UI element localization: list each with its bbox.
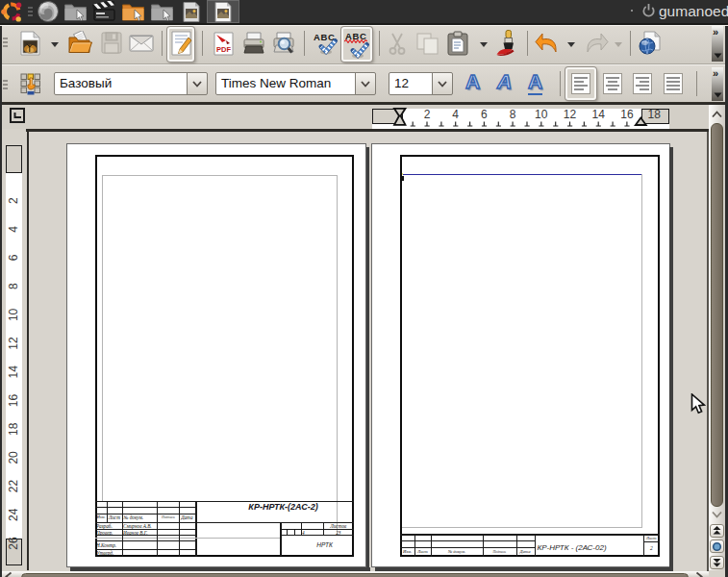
- svg-text:18: 18: [7, 422, 20, 436]
- svg-text:10: 10: [7, 308, 20, 321]
- svg-text:8: 8: [7, 283, 20, 289]
- svg-text:18: 18: [648, 108, 662, 121]
- svg-text:PDF: PDF: [216, 45, 231, 54]
- svg-text:12: 12: [7, 337, 20, 350]
- svg-text:6: 6: [481, 108, 488, 121]
- svg-text:10: 10: [535, 108, 548, 121]
- svg-text:20: 20: [7, 450, 20, 464]
- svg-text:14: 14: [592, 108, 606, 121]
- svg-text:6: 6: [7, 254, 20, 261]
- svg-text:16: 16: [7, 393, 20, 407]
- svg-text:8: 8: [510, 108, 516, 121]
- svg-text:26: 26: [7, 537, 20, 550]
- svg-text:14: 14: [7, 364, 20, 378]
- svg-text:4: 4: [452, 108, 459, 121]
- svg-text:4: 4: [7, 225, 20, 232]
- svg-text:16: 16: [620, 108, 634, 121]
- svg-text:2: 2: [7, 196, 20, 203]
- svg-text:22: 22: [7, 479, 20, 492]
- svg-text:12: 12: [564, 108, 577, 121]
- svg-text:24: 24: [7, 508, 20, 521]
- svg-text:2: 2: [424, 108, 431, 121]
